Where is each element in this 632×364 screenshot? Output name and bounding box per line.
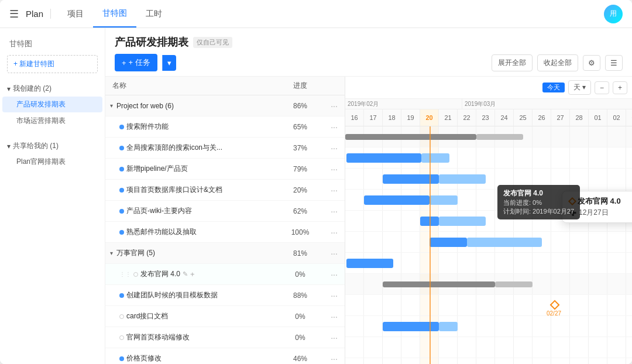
task-row[interactable]: 创建团队时候的项目模板数据 88% ··· [105,285,345,306]
group-label-1: Project for web (6) [116,102,174,110]
diamond-icon [568,197,576,205]
gantt-bar [439,322,458,331]
expand-all-button[interactable]: 展开全部 [492,54,533,71]
group-actions-1[interactable]: ··· [324,101,345,111]
task-row[interactable]: 新增pipeline/产品页 79% ··· [105,159,345,180]
chart-col [345,169,364,189]
chart-col [533,126,551,147]
group-row-2[interactable]: ▾ 万事官网 (5) 81% ··· [105,243,345,264]
group-row-1[interactable]: ▾ Project for web (6) 86% ··· [105,95,345,116]
task-name-milestone: ⋮⋮ 发布官网 4.0 ✎ + [105,269,277,279]
date-cell: 26 [533,109,551,126]
chart-col [476,253,495,273]
task-row[interactable]: 官网首页移动端修改 0% ··· [105,327,345,348]
sidebar-item-shared1[interactable]: Plan官网排期表 [2,154,102,170]
sidebar-item-gantt1[interactable]: 产品研发排期表 [2,97,102,112]
task-row[interactable]: 搜索附件功能 65% ··· [105,116,345,138]
gantt-bar [346,259,393,268]
task-actions[interactable]: ··· [324,291,345,300]
zoom-out-button[interactable]: − [595,81,609,94]
add-gantt-button[interactable]: + 新建甘特图 [7,55,98,73]
col-name-header: 名称 [105,81,277,91]
task-actions[interactable]: ··· [324,186,345,195]
menu-icon[interactable]: ☰ [9,8,19,20]
tab-project[interactable]: 项目 [58,0,93,28]
edit-icon[interactable]: ✎ [183,270,188,278]
task-status-dot [119,230,124,235]
shared-section-header[interactable]: ▾ 共享给我的 (1) [0,139,105,153]
chart-col [533,358,551,364]
task-actions[interactable]: ··· [324,164,345,174]
collapse-all-button[interactable]: 收起全部 [537,54,578,71]
task-actions[interactable]: ··· [324,312,345,321]
settings-button[interactable]: ⚙ [583,55,600,71]
task-row[interactable]: 全局搜索顶部的搜索icon与关... 37% ··· [105,138,345,159]
chart-col [345,232,364,252]
task-status-dot-empty [119,335,124,340]
chart-col [626,295,632,315]
task-label: card接口文档 [126,311,168,321]
list-view-button[interactable]: ☰ [605,55,623,71]
chart-col [533,337,551,358]
chart-col [514,358,533,364]
add-subtask-icon[interactable]: + [190,270,195,279]
task-row[interactable]: 项目首页数据库接口设计&文档 20% ··· [105,180,345,201]
tab-workhours[interactable]: 工时 [136,0,171,28]
chart-col [551,253,570,273]
zoom-in-button[interactable]: + [613,81,627,94]
task-actions[interactable]: ··· [324,143,345,153]
task-row-milestone[interactable]: ⋮⋮ 发布官网 4.0 ✎ + 0% ··· [105,264,345,285]
chart-col [345,295,364,315]
task-name: 创建团队时候的项目模板数据 [105,290,277,300]
task-actions[interactable]: ··· [324,207,345,216]
add-task-dropdown[interactable]: ▾ [162,55,176,71]
chart-col [383,358,401,364]
sidebar-item-gantt2[interactable]: 市场运营排期表 [2,113,102,129]
content-header: 产品研发排期表 仅自己可见 + + 任务 ▾ 展开全部 收起全部 ⚙ ☰ [105,28,632,77]
date-cell: 22 [458,109,476,126]
task-row[interactable]: 熟悉邮件功能以及抽取 100% ··· [105,222,345,243]
month-label-feb: 2019年02月 [345,99,462,109]
chart-col [476,295,495,315]
task-row[interactable]: 价格页修改 46% ··· [105,348,345,364]
nav-tabs: 项目 甘特图 工时 [58,0,171,28]
chart-col [364,316,383,336]
chart-col [533,316,551,336]
task-status-dot [119,146,124,150]
group-toggle-1[interactable]: ▾ [110,102,113,109]
milestone-dot [133,272,138,277]
my-section-toggle: ▾ [7,85,11,93]
chart-col [589,337,607,358]
chart-col [345,274,364,294]
group-toggle-2[interactable]: ▾ [110,250,113,256]
chart-col [626,337,632,358]
add-task-button[interactable]: + + 任务 [115,54,157,71]
task-label: 搜索附件功能 [126,122,169,132]
chart-col [514,147,533,168]
user-avatar[interactable]: 用 [604,5,623,23]
drag-handle: ⋮⋮ [119,271,131,277]
task-actions[interactable]: ··· [324,354,345,363]
task-actions[interactable]: ··· [324,228,345,237]
toolbar-right: 展开全部 收起全部 ⚙ ☰ [492,54,623,71]
task-actions[interactable]: ··· [324,270,345,279]
task-actions[interactable]: ··· [324,122,345,132]
chart-col [607,358,626,364]
chart-row [345,253,632,274]
chart-area: 今天 天 ▾ − + 2019年02月 2019年03月 16171819202 [345,77,632,364]
my-section-header[interactable]: ▾ 我创建的 (2) [0,81,105,96]
view-day-button[interactable]: 天 ▾ [568,80,591,95]
task-row[interactable]: card接口文档 0% ··· [105,306,345,327]
chart-col [439,337,458,358]
floating-title-text: 发布官网 4.0 [578,196,621,207]
tab-gantt[interactable]: 甘特图 [93,0,136,28]
chart-col [533,253,551,273]
task-actions[interactable]: ··· [324,333,345,342]
chart-col [364,232,383,252]
group-label-2: 万事官网 (5) [116,248,155,258]
chart-col [401,295,420,315]
chart-row [345,169,632,190]
task-row[interactable]: 产品页-wiki-主要内容 62% ··· [105,201,345,222]
chart-col [626,316,632,336]
group-actions-2[interactable]: ··· [324,249,345,258]
